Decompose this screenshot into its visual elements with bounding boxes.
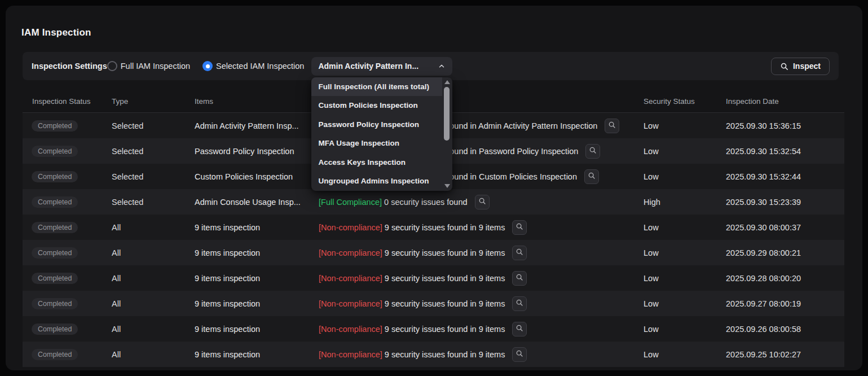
scroll-down-icon[interactable] <box>444 184 450 188</box>
result-text: s found in Password Policy Inspection <box>441 147 578 156</box>
inspection-date-cell: 2025.09.30 08:00:37 <box>726 223 844 232</box>
security-status-cell: Low <box>644 350 726 359</box>
search-icon <box>588 172 596 181</box>
inspection-date-cell: 2025.09.27 08:00:19 <box>726 299 844 308</box>
search-icon <box>608 121 616 130</box>
compliance-label: [Non-compliance] <box>319 350 382 359</box>
search-icon <box>515 248 523 257</box>
type-cell: All <box>112 223 195 232</box>
items-cell: Password Policy Inspection <box>195 147 319 156</box>
items-cell: 9 items inspection <box>195 299 319 308</box>
inspection-item-dropdown: Admin Activity Pattern In... Full Inspec… <box>311 57 452 76</box>
inspection-date-cell: 2025.09.29 08:00:21 <box>726 248 844 257</box>
inspection-date-cell: 2025.09.30 15:36:15 <box>726 121 844 130</box>
inspect-button[interactable]: Inspect <box>771 58 830 75</box>
inspection-date-cell: 2025.09.30 15:23:39 <box>726 198 844 207</box>
view-result-button[interactable] <box>605 119 619 133</box>
compliance-label: [Non-compliance] <box>319 274 382 283</box>
view-result-button[interactable] <box>585 144 600 159</box>
inspection-date-cell: 2025.09.30 15:32:54 <box>726 147 844 156</box>
view-result-button[interactable] <box>512 296 527 311</box>
search-icon <box>515 324 523 334</box>
items-cell: 9 items inspection <box>195 325 319 334</box>
table-row: Completed All 9 items inspection [Non-co… <box>23 291 844 316</box>
type-cell: All <box>112 325 195 334</box>
result-cell: [Non-compliance] 9 security issues found… <box>319 220 644 235</box>
view-result-button[interactable] <box>512 246 527 260</box>
inspection-date-cell: 2025.09.26 08:00:58 <box>726 325 844 334</box>
search-icon <box>515 299 523 308</box>
compliance-label: [Non-compliance] <box>319 248 382 257</box>
result-cell: [Non-compliance] 9 security issues found… <box>319 347 644 362</box>
security-status-cell: Low <box>644 248 726 257</box>
security-status-cell: Low <box>644 325 726 334</box>
table-row: Completed All 9 items inspection [Non-co… <box>23 265 844 291</box>
dropdown-option[interactable]: Custom Policies Inspection <box>311 96 442 115</box>
dropdown-option[interactable]: Access Keys Inspection <box>311 153 442 172</box>
type-cell: Selected <box>112 147 195 156</box>
result-text: 0 security issues found <box>382 198 468 207</box>
result-text: 9 security issues found in 9 items <box>382 325 505 334</box>
chevron-up-icon <box>438 62 446 70</box>
result-text: 9 security issues found in 9 items <box>382 248 505 257</box>
col-inspection-date: Inspection Date <box>726 97 844 106</box>
status-badge: Completed <box>32 247 78 259</box>
security-status-cell: Low <box>644 223 726 232</box>
type-cell: Selected <box>112 172 195 181</box>
scroll-up-icon[interactable] <box>444 80 450 84</box>
dropdown-selected-value: Admin Activity Pattern In... <box>318 62 418 71</box>
items-cell: Custom Policies Inspection <box>195 172 319 181</box>
compliance-label: [Non-compliance] <box>319 299 382 308</box>
col-items: Items <box>195 97 319 106</box>
security-status-cell: High <box>644 198 726 207</box>
status-badge: Completed <box>32 298 78 309</box>
inspection-date-cell: 2025.09.30 15:32:44 <box>726 172 844 181</box>
table-row: Completed All 9 items inspection [Non-co… <box>23 215 844 240</box>
col-security-status: Security Status <box>644 97 726 106</box>
dropdown-option[interactable]: MFA Usage Inspection <box>311 134 442 153</box>
dropdown-scrollbar[interactable] <box>443 79 451 189</box>
security-status-cell: Low <box>644 121 726 130</box>
compliance-label: [Non-compliance] <box>319 223 382 232</box>
inspection-settings-bar: Inspection Settings Full IAM Inspection … <box>23 52 839 80</box>
type-cell: All <box>112 274 195 283</box>
inspection-settings-label: Inspection Settings <box>32 62 107 71</box>
status-badge: Completed <box>32 323 78 335</box>
status-badge: Completed <box>32 196 78 208</box>
view-result-button[interactable] <box>475 195 490 209</box>
security-status-cell: Low <box>644 172 726 181</box>
radio-selected-iam-inspection[interactable]: Selected IAM Inspection <box>202 61 304 71</box>
result-text: s found in Custom Policies Inspection <box>441 172 577 181</box>
table-row: Completed All 9 items inspection [Non-co… <box>23 240 844 265</box>
result-text: 9 security issues found in 9 items <box>382 299 505 308</box>
scrollbar-thumb[interactable] <box>444 87 450 141</box>
dropdown-option[interactable]: Full Inspection (All items total) <box>311 77 442 97</box>
search-icon <box>515 349 523 359</box>
type-cell: All <box>112 299 195 308</box>
radio-full-iam-label[interactable]: Full IAM Inspection <box>121 62 190 71</box>
view-result-button[interactable] <box>512 322 527 336</box>
search-icon <box>478 197 486 207</box>
radio-full-iam-inspection[interactable]: Full IAM Inspection <box>107 61 190 71</box>
status-badge: Completed <box>32 349 78 360</box>
status-badge: Completed <box>32 146 78 157</box>
items-cell: Admin Console Usage Insp... <box>195 198 319 207</box>
inspection-item-dropdown-button[interactable]: Admin Activity Pattern In... <box>311 57 452 76</box>
result-cell: [Non-compliance] 9 security issues found… <box>319 246 644 260</box>
inspection-date-cell: 2025.09.25 10:02:27 <box>726 350 844 359</box>
result-cell: [Non-compliance] 9 security issues found… <box>319 271 644 286</box>
radio-unselected-icon[interactable] <box>107 61 117 71</box>
dropdown-option[interactable]: Ungrouped Admins Inspection <box>311 172 442 191</box>
items-cell: 9 items inspection <box>195 350 319 359</box>
view-result-button[interactable] <box>584 169 599 184</box>
radio-selected-icon[interactable] <box>202 61 213 71</box>
view-result-button[interactable] <box>512 347 527 362</box>
items-cell: 9 items inspection <box>195 248 319 257</box>
view-result-button[interactable] <box>512 220 527 235</box>
dropdown-option[interactable]: Password Policy Inspection <box>311 115 442 134</box>
result-text: s found in Admin Activity Pattern Inspec… <box>441 121 597 130</box>
iam-inspection-panel: IAM Inspection Inspection Settings Full … <box>6 6 862 370</box>
view-result-button[interactable] <box>512 271 527 286</box>
result-cell: [Non-compliance] 9 security issues found… <box>319 322 644 336</box>
radio-selected-iam-label[interactable]: Selected IAM Inspection <box>216 62 304 71</box>
